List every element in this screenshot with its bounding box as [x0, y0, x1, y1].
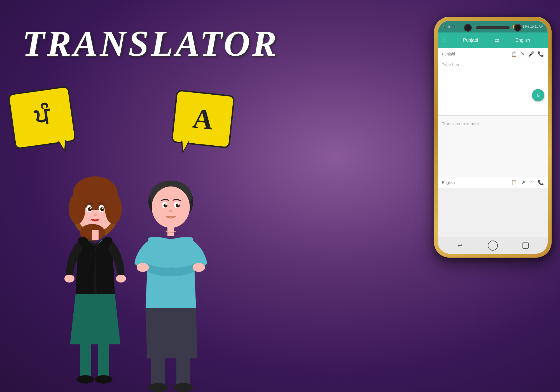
clipboard-icon[interactable]: 📋: [511, 51, 517, 57]
svg-rect-33: [151, 358, 165, 386]
phone-input-icon[interactable]: 📞: [538, 51, 544, 57]
output-panel: Translated text here...: [438, 115, 548, 177]
svg-point-4: [105, 193, 122, 224]
svg-point-14: [64, 275, 74, 283]
input-action-icons: 📋 ✕ 🎤 📞: [511, 51, 544, 57]
phone-container: 🔌 ⚙ 🎧 📶 📶 67% 10:21 AM ☰ Punjabi ⇄ Engli…: [434, 17, 552, 258]
output-action-icons: 📋 ↗ ♡ 📞: [511, 179, 544, 186]
battery-level: 67%: [523, 25, 529, 28]
phone-bottom-nav: ↩: [438, 237, 548, 254]
output-footer: English 📋 ↗ ♡ 📞: [438, 177, 548, 188]
svg-point-22: [152, 186, 190, 228]
svg-point-8: [88, 207, 92, 211]
svg-rect-30: [167, 226, 174, 236]
usb-icon: 🔌: [442, 25, 446, 29]
svg-rect-13: [92, 230, 99, 240]
translate-button[interactable]: G: [532, 89, 544, 101]
svg-point-10: [90, 208, 91, 209]
phone-speaker: [476, 26, 510, 29]
svg-rect-17: [98, 344, 109, 378]
phone-top-elements: [464, 24, 522, 32]
svg-point-19: [95, 375, 113, 384]
svg-point-15: [116, 275, 126, 283]
swap-languages-button[interactable]: ⇄: [494, 37, 499, 44]
nav-back-button[interactable]: ↩: [454, 240, 466, 251]
output-text-area: Translated text here...: [442, 121, 544, 163]
svg-text:G: G: [537, 93, 540, 97]
recent-square-icon: [522, 242, 529, 249]
svg-rect-16: [80, 344, 91, 378]
favorite-icon[interactable]: ♡: [529, 179, 534, 186]
target-language[interactable]: English: [501, 38, 545, 43]
share-icon[interactable]: ↗: [521, 179, 525, 186]
phone-outer: 🔌 ⚙ 🎧 📶 📶 67% 10:21 AM ☰ Punjabi ⇄ Engli…: [434, 17, 552, 258]
svg-point-25: [164, 204, 167, 207]
svg-point-9: [100, 207, 104, 211]
input-header: Punjabi 📋 ✕ 🎤 📞: [442, 51, 544, 57]
svg-point-29: [169, 210, 172, 212]
input-text-area[interactable]: Type here...: [442, 59, 544, 93]
copy-icon[interactable]: 📋: [511, 179, 517, 186]
app-title: TRANSLATOR: [22, 22, 279, 64]
headset-icon: 🎧: [451, 25, 455, 29]
svg-point-12: [94, 214, 97, 216]
svg-point-36: [173, 383, 193, 392]
back-arrow-icon: ↩: [458, 242, 463, 249]
microphone-icon[interactable]: 🎤: [528, 51, 534, 57]
svg-point-32: [193, 263, 205, 272]
status-icons-left: 🔌 ⚙ 🎧: [442, 25, 455, 29]
nav-recent-button[interactable]: [520, 240, 531, 251]
input-divider: G: [442, 96, 544, 96]
input-language-label: Punjabi: [442, 52, 455, 56]
characters-area: [36, 126, 238, 392]
home-circle-icon: [488, 241, 498, 251]
svg-point-35: [148, 383, 168, 392]
source-language[interactable]: Punjabi: [449, 38, 492, 43]
front-camera-right: [514, 24, 522, 32]
time-display: 10:21 AM: [530, 25, 543, 28]
svg-point-11: [102, 208, 104, 209]
svg-point-18: [76, 375, 94, 384]
svg-point-31: [137, 263, 149, 272]
front-camera-left: [464, 24, 472, 32]
app-toolbar: ☰ Punjabi ⇄ English: [438, 32, 548, 48]
phone-output-icon[interactable]: 📞: [538, 179, 544, 186]
input-panel: Punjabi 📋 ✕ 🎤 📞 Type here... G: [438, 48, 548, 115]
nav-home-button[interactable]: [487, 240, 498, 251]
output-language-label: English: [442, 180, 455, 185]
settings-icon: ⚙: [447, 25, 450, 29]
svg-point-26: [176, 204, 180, 207]
clear-icon[interactable]: ✕: [521, 51, 525, 57]
menu-button[interactable]: ☰: [441, 37, 447, 44]
svg-point-3: [69, 193, 85, 224]
svg-point-27: [165, 204, 167, 206]
svg-point-28: [178, 204, 179, 206]
svg-rect-34: [176, 358, 190, 386]
phone-screen: 🔌 ⚙ 🎧 📶 📶 67% 10:21 AM ☰ Punjabi ⇄ Engli…: [438, 21, 548, 254]
